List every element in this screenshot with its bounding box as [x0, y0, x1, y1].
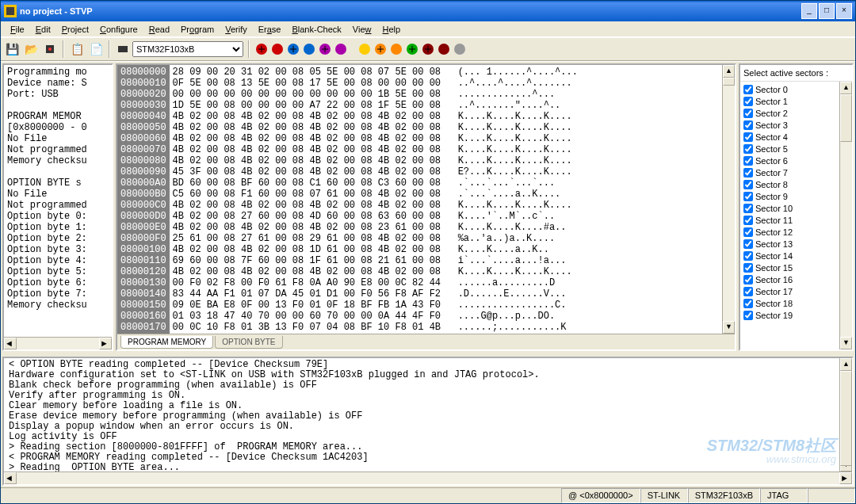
- menu-read[interactable]: Read: [144, 23, 174, 36]
- action-orange-icon[interactable]: [389, 42, 403, 56]
- sector-item[interactable]: Sector 10: [743, 202, 836, 214]
- sector-label: Sector 9: [755, 192, 788, 201]
- sector-item[interactable]: Sector 2: [743, 107, 836, 119]
- info-scroll-h[interactable]: ◄►: [4, 337, 112, 349]
- log-scroll-v[interactable]: ▲ ▼: [839, 358, 852, 472]
- sector-checkbox[interactable]: [743, 275, 753, 284]
- sector-item[interactable]: Sector 15: [743, 262, 836, 273]
- paste-button[interactable]: 📄: [88, 41, 104, 57]
- minimize-button[interactable]: _: [801, 3, 817, 19]
- sector-item[interactable]: Sector 6: [743, 155, 836, 166]
- menu-verify[interactable]: Verify: [220, 23, 252, 36]
- sector-checkbox[interactable]: [743, 263, 753, 273]
- sector-item[interactable]: Sector 8: [743, 178, 836, 190]
- menu-help[interactable]: Help: [377, 23, 405, 36]
- sector-checkbox[interactable]: [743, 109, 753, 118]
- device-selector[interactable]: STM32F103xB: [132, 41, 243, 57]
- sector-checkbox[interactable]: [743, 192, 753, 201]
- sector-checkbox[interactable]: [743, 311, 753, 320]
- sector-checkbox[interactable]: [743, 180, 753, 189]
- sector-list: Sector 0Sector 1Sector 2Sector 3Sector 4…: [740, 82, 839, 349]
- sectors-title: Select active sectors :: [740, 65, 852, 82]
- status-address: @ <0x8000000>: [561, 488, 640, 503]
- svg-point-17: [454, 44, 465, 55]
- menu-view[interactable]: View: [348, 23, 376, 36]
- menu-project[interactable]: Project: [57, 23, 94, 36]
- action-darkred-icon[interactable]: [437, 42, 451, 56]
- sector-item[interactable]: Sector 5: [743, 143, 836, 155]
- sector-checkbox[interactable]: [743, 97, 753, 106]
- sector-item[interactable]: Sector 18: [743, 297, 836, 309]
- sector-checkbox[interactable]: [743, 204, 753, 213]
- sector-checkbox[interactable]: [743, 120, 753, 130]
- action-program-all-icon[interactable]: [286, 42, 300, 56]
- action-yellow-icon[interactable]: [357, 42, 372, 56]
- svg-point-8: [304, 44, 315, 55]
- copy-button[interactable]: 📋: [69, 41, 85, 57]
- sector-label: Sector 7: [755, 168, 788, 178]
- sector-checkbox[interactable]: [743, 216, 753, 225]
- action-darkred-all-icon[interactable]: [421, 42, 435, 56]
- log-text[interactable]: < OPTION BYTE reading completed -- [Devi…: [4, 358, 839, 472]
- sector-checkbox[interactable]: [743, 251, 753, 261]
- sector-label: Sector 13: [755, 239, 793, 249]
- action-icon-group: [254, 42, 467, 56]
- action-program-icon[interactable]: [302, 42, 316, 56]
- sector-item[interactable]: Sector 14: [743, 250, 836, 262]
- menu-configure[interactable]: Configure: [95, 23, 143, 36]
- log-scroll-h[interactable]: ◄►: [4, 472, 852, 484]
- sector-checkbox[interactable]: [743, 132, 753, 142]
- sector-checkbox[interactable]: [743, 239, 753, 249]
- resize-grip[interactable]: [808, 488, 855, 503]
- sector-item[interactable]: Sector 3: [743, 119, 836, 131]
- tab-program-memory[interactable]: PROGRAM MEMORY: [120, 336, 213, 349]
- sector-item[interactable]: Sector 16: [743, 273, 836, 285]
- sector-item[interactable]: Sector 9: [743, 190, 836, 202]
- menu-program[interactable]: Program: [176, 23, 219, 36]
- sectors-scroll-v[interactable]: ▲ ▼: [839, 82, 852, 349]
- sector-label: Sector 2: [755, 109, 788, 118]
- action-read-icon[interactable]: [270, 42, 285, 56]
- hex-addresses: 08000000 08000010 08000020 08000030 0800…: [117, 65, 170, 334]
- hex-dump[interactable]: 28 09 00 20 31 02 00 08 05 5E 00 08 07 5…: [170, 65, 722, 334]
- body-area: Programming mo Device name: S Port: USB …: [1, 61, 855, 487]
- sector-label: Sector 1: [755, 97, 788, 106]
- open-button[interactable]: 📂: [23, 41, 39, 57]
- action-green-all-icon[interactable]: [405, 42, 419, 56]
- action-verify-icon[interactable]: [334, 42, 348, 56]
- sector-checkbox[interactable]: [743, 144, 753, 154]
- sector-item[interactable]: Sector 11: [743, 214, 836, 226]
- action-verify-all-icon[interactable]: [318, 42, 332, 56]
- sector-item[interactable]: Sector 17: [743, 285, 836, 297]
- svg-point-16: [438, 44, 449, 55]
- save-button[interactable]: 💾: [4, 41, 20, 57]
- sector-item[interactable]: Sector 7: [743, 166, 836, 178]
- sector-checkbox[interactable]: [743, 299, 753, 308]
- sector-checkbox[interactable]: [743, 227, 753, 237]
- close-button[interactable]: ×: [836, 3, 852, 19]
- sector-checkbox[interactable]: [743, 168, 753, 178]
- title-bar[interactable]: no project - STVP _ □ ×: [1, 1, 855, 21]
- chip-button[interactable]: [42, 41, 58, 57]
- menu-blank-check[interactable]: Blank-Check: [287, 23, 346, 36]
- maximize-button[interactable]: □: [819, 3, 835, 19]
- hex-scroll-v[interactable]: ▲ ▼: [722, 65, 735, 334]
- action-orange-all-icon[interactable]: [373, 42, 388, 56]
- sector-item[interactable]: Sector 0: [743, 83, 836, 95]
- sector-item[interactable]: Sector 13: [743, 238, 836, 250]
- svg-point-3: [48, 48, 52, 51]
- sector-checkbox[interactable]: [743, 156, 753, 166]
- sector-checkbox[interactable]: [743, 287, 753, 296]
- sector-item[interactable]: Sector 19: [743, 309, 836, 321]
- menu-edit[interactable]: Edit: [31, 23, 55, 36]
- sector-item[interactable]: Sector 12: [743, 226, 836, 238]
- sector-item[interactable]: Sector 4: [743, 131, 836, 143]
- tab-option-byte[interactable]: OPTION BYTE: [215, 336, 282, 349]
- menu-file[interactable]: File: [6, 23, 29, 36]
- menu-erase[interactable]: Erase: [254, 23, 286, 36]
- action-read-all-icon[interactable]: [254, 42, 269, 56]
- action-gray-icon[interactable]: [453, 42, 467, 56]
- sector-checkbox[interactable]: [743, 85, 753, 94]
- sector-item[interactable]: Sector 1: [743, 95, 836, 107]
- sector-label: Sector 14: [755, 251, 793, 261]
